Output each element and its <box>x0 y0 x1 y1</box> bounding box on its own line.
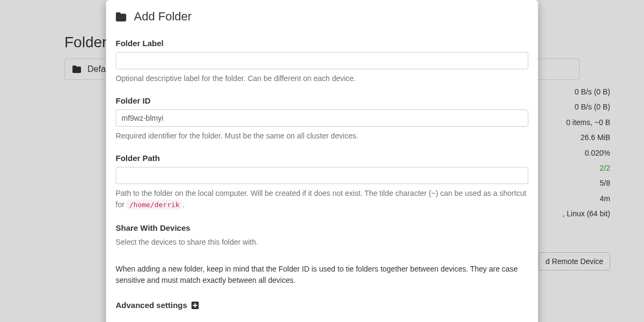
folder-path-input[interactable] <box>116 167 529 184</box>
folder-label-input[interactable] <box>116 52 529 69</box>
folder-path-help: Path to the folder on the local computer… <box>116 188 529 210</box>
modal-title: Add Folder <box>134 10 192 24</box>
folder-label-help: Optional descriptive label for the folde… <box>116 73 529 84</box>
add-folder-modal: Add Folder Folder Label Optional descrip… <box>106 0 538 322</box>
folder-path-label: Folder Path <box>116 153 529 163</box>
folder-icon <box>116 12 127 21</box>
folder-id-help: Required identifier for the folder. Must… <box>116 130 529 142</box>
folder-id-input[interactable] <box>116 109 529 127</box>
share-devices-text: Select the devices to share this folder … <box>116 237 529 248</box>
folder-id-note: When adding a new folder, keep in mind t… <box>116 264 529 287</box>
share-devices-title: Share With Devices <box>116 223 529 232</box>
folder-label-label: Folder Label <box>116 39 529 48</box>
advanced-settings-toggle[interactable]: Advanced settings <box>116 301 529 310</box>
home-path-code: /home/derrik <box>127 200 182 210</box>
folder-id-label: Folder ID <box>116 96 529 105</box>
plus-square-icon <box>192 302 199 309</box>
